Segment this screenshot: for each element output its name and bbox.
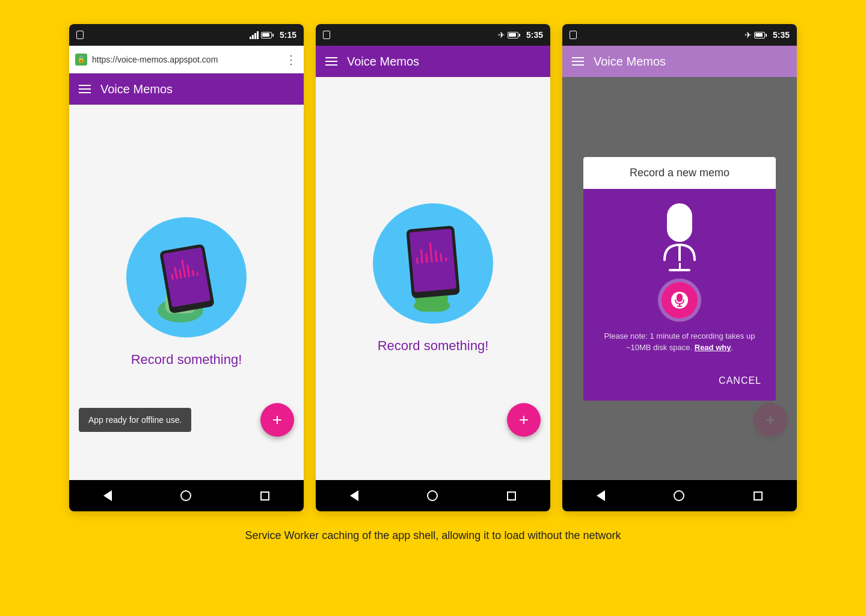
dialog-note: Please note: 1 minute of recording takes… [593,330,766,354]
phones-container: 5:15 🔒 https://voice-memos.appspot.com ⋮… [18,24,848,511]
menu-icon-2[interactable] [325,57,337,66]
nav-bar-3 [562,480,797,511]
url-bar-1: 🔒 https://voice-memos.appspot.com ⋮ [69,46,304,73]
url-menu-icon-1[interactable]: ⋮ [285,52,298,67]
menu-icon-1[interactable] [79,85,91,93]
recent-button-1[interactable] [260,491,269,500]
battery-icon-1 [261,32,274,38]
phone-3: ✈ 5:35 Voice Memos + [562,24,797,511]
svg-line-10 [197,273,198,276]
caption: Service Worker caching of the app shell,… [245,528,621,543]
phone-body-3: + Record a new memo [562,77,797,480]
svg-rect-23 [677,294,683,302]
record-text-1: Record something! [131,352,242,368]
url-text-1: https://voice-memos.appspot.com [92,55,280,64]
app-title-3: Voice Memos [594,55,666,69]
home-button-3[interactable] [674,490,684,501]
mic-base [669,269,690,271]
lock-icon-1: 🔒 [75,54,87,66]
fab-button-2[interactable]: + [507,403,541,437]
svg-line-19 [435,250,437,262]
mic-button-icon [674,294,685,307]
time-3: 5:35 [773,30,790,40]
app-bar-3: Voice Memos [562,46,797,77]
dialog-actions: CANCEL [583,366,776,401]
phone-1: 5:15 🔒 https://voice-memos.appspot.com ⋮… [69,24,304,511]
status-bar-1: 5:15 [69,24,304,46]
status-bar-3: ✈ 5:35 [562,24,797,46]
status-bar-2: ✈ 5:35 [316,24,550,46]
svg-line-16 [421,250,422,263]
svg-line-21 [446,257,446,261]
phone-body-1: Record something! App ready for offline … [69,105,304,480]
svg-line-17 [426,253,427,263]
svg-line-15 [417,257,417,263]
app-title-2: Voice Memos [347,55,419,69]
status-left-2 [323,31,330,39]
time-1: 5:15 [280,30,296,40]
dialog-overlay-3: Record a new memo [562,77,797,480]
status-left-1 [76,31,84,39]
mic-body [667,203,692,242]
dialog-body: Please note: 1 minute of recording takes… [583,189,776,366]
record-text-2: Record something! [378,338,489,354]
illustration-circle-2 [373,203,493,324]
sim-icon-1 [76,31,84,39]
fab-button-1[interactable]: + [260,403,294,437]
phone-illustration-svg-2 [391,215,475,312]
phone-illustration-svg-1 [147,232,226,322]
back-button-2[interactable] [350,490,358,501]
mic-stand [679,263,681,269]
nav-bar-1 [69,480,304,511]
home-button-1[interactable] [180,490,191,501]
record-dialog: Record a new memo [583,157,776,401]
phone-2: ✈ 5:35 Voice Memos [316,24,550,511]
sim-icon-3 [570,31,577,39]
dialog-title: Record a new memo [583,157,776,189]
cancel-button[interactable]: CANCEL [714,371,766,391]
app-title-1: Voice Memos [100,82,173,96]
mic-illustration [659,203,701,271]
status-right-1: 5:15 [250,30,296,40]
status-right-2: ✈ 5:35 [498,30,543,40]
recent-button-3[interactable] [754,491,763,500]
nav-bar-2 [316,480,550,511]
read-why-link[interactable]: Read why [695,343,731,352]
record-button[interactable] [662,282,698,318]
battery-icon-2 [508,32,520,38]
home-button-2[interactable] [427,490,438,501]
svg-line-4 [172,274,173,280]
signal-icon-1 [250,31,259,39]
status-left-3 [570,31,577,39]
svg-line-20 [441,254,441,262]
phone-body-2: Record something! + [316,77,550,480]
recent-button-2[interactable] [507,491,516,500]
record-button-inner [671,292,688,309]
offline-toast-1: App ready for offline use. [79,408,191,432]
airplane-icon-3: ✈ [745,30,752,40]
app-bar-1: Voice Memos [69,73,304,105]
menu-icon-3 [572,57,584,66]
back-button-1[interactable] [103,490,112,501]
airplane-icon-2: ✈ [498,30,505,40]
time-2: 5:35 [526,30,543,40]
battery-icon-3 [754,32,767,38]
illustration-circle-1 [126,217,247,337]
back-button-3[interactable] [597,490,605,501]
app-bar-2: Voice Memos [316,46,550,77]
status-right-3: ✈ 5:35 [745,30,790,40]
svg-line-9 [192,270,194,276]
sim-icon-2 [323,31,330,39]
mic-arc-svg [659,242,701,263]
